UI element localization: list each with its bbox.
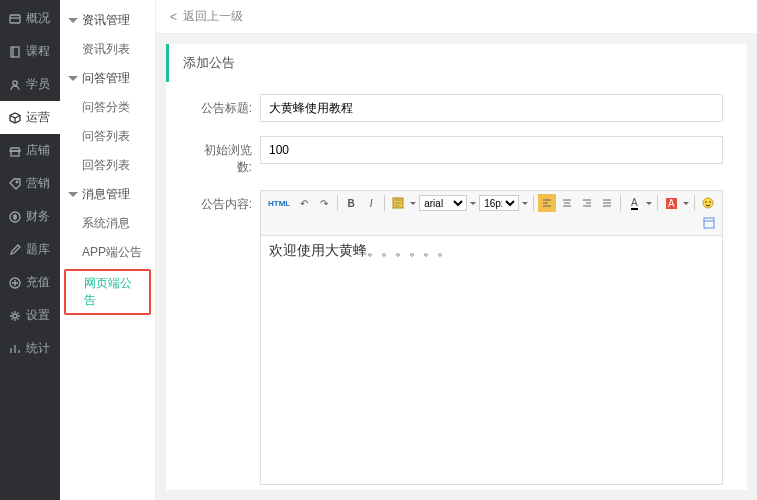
svg-rect-1 <box>11 47 19 57</box>
breadcrumb-label: 返回上一级 <box>183 8 243 25</box>
user-icon <box>8 78 22 92</box>
nav1-label: 财务 <box>26 208 50 225</box>
views-input[interactable] <box>260 136 723 164</box>
font-color-icon[interactable]: A <box>625 194 643 212</box>
breadcrumb-back[interactable]: < 返回上一级 <box>156 0 757 34</box>
nav1-item-chart[interactable]: 统计 <box>0 332 60 365</box>
nav2-group-label: 问答管理 <box>82 70 130 87</box>
nav2-group[interactable]: 问答管理 <box>60 64 155 93</box>
nav1-label: 概况 <box>26 10 50 27</box>
tag-icon <box>8 177 22 191</box>
format-icon[interactable] <box>389 194 407 212</box>
cube-icon <box>8 111 22 125</box>
nav2-child[interactable]: 系统消息 <box>60 209 155 238</box>
nav2-group[interactable]: 消息管理 <box>60 180 155 209</box>
nav2-child[interactable]: 回答列表 <box>60 151 155 180</box>
nav1-item-user[interactable]: 学员 <box>0 68 60 101</box>
shop-icon <box>8 144 22 158</box>
gear-icon <box>8 309 22 323</box>
title-label: 公告标题: <box>190 94 260 117</box>
svg-rect-3 <box>11 151 19 156</box>
fullscreen-icon[interactable] <box>700 214 718 232</box>
main-content: < 返回上一级 添加公告 公告标题: 初始浏览数: 公告内容: HTML <box>156 0 757 500</box>
nav1-item-cube[interactable]: 运营 <box>0 101 60 134</box>
coin-icon <box>8 210 22 224</box>
redo-icon[interactable]: ↷ <box>315 194 333 212</box>
undo-icon[interactable]: ↶ <box>295 194 313 212</box>
font-select[interactable]: arial <box>419 195 467 211</box>
views-label: 初始浏览数: <box>190 136 260 176</box>
html-source-button[interactable]: HTML <box>265 194 293 212</box>
emoji-icon[interactable] <box>699 194 717 212</box>
svg-rect-0 <box>10 15 20 23</box>
nav1-label: 学员 <box>26 76 50 93</box>
nav1-item-edit[interactable]: 题库 <box>0 233 60 266</box>
nav2-group-label: 消息管理 <box>82 186 130 203</box>
chevron-down-icon <box>68 18 78 23</box>
format-dropdown-icon[interactable] <box>409 202 417 205</box>
nav1-label: 设置 <box>26 307 50 324</box>
back-icon: < <box>170 10 177 24</box>
italic-icon[interactable]: I <box>362 194 380 212</box>
form-heading: 添加公告 <box>166 44 747 82</box>
nav2-child[interactable]: 资讯列表 <box>60 35 155 64</box>
svg-rect-12 <box>704 218 714 228</box>
content-label: 公告内容: <box>190 190 260 213</box>
nav2-child[interactable]: 网页端公告 <box>64 269 151 315</box>
primary-nav: 概况课程学员运营店铺营销财务题库充值设置统计 <box>0 0 60 500</box>
svg-point-4 <box>16 181 18 183</box>
nav1-label: 运营 <box>26 109 50 126</box>
chart-icon <box>8 342 22 356</box>
book-icon <box>8 45 22 59</box>
home-icon <box>8 12 22 26</box>
nav1-label: 店铺 <box>26 142 50 159</box>
align-center-icon[interactable] <box>558 194 576 212</box>
chevron-down-icon <box>68 76 78 81</box>
rich-text-editor: HTML ↶ ↷ B I arial <box>260 190 723 485</box>
editor-toolbar: HTML ↶ ↷ B I arial <box>261 191 722 236</box>
nav1-item-shop[interactable]: 店铺 <box>0 134 60 167</box>
highlight-dropdown-icon[interactable] <box>682 202 690 205</box>
nav1-item-home[interactable]: 概况 <box>0 2 60 35</box>
highlight-icon[interactable]: A <box>662 194 680 212</box>
plus-icon <box>8 276 22 290</box>
secondary-nav: 资讯管理资讯列表问答管理问答分类问答列表回答列表消息管理系统消息APP端公告网页… <box>60 0 156 500</box>
nav1-item-gear[interactable]: 设置 <box>0 299 60 332</box>
nav1-item-tag[interactable]: 营销 <box>0 167 60 200</box>
nav2-child[interactable]: 问答列表 <box>60 122 155 151</box>
edit-icon <box>8 243 22 257</box>
nav1-item-coin[interactable]: 财务 <box>0 200 60 233</box>
align-right-icon[interactable] <box>578 194 596 212</box>
title-input[interactable] <box>260 94 723 122</box>
nav2-group-label: 资讯管理 <box>82 12 130 29</box>
font-dropdown-icon[interactable] <box>469 202 477 205</box>
font-color-dropdown-icon[interactable] <box>645 202 653 205</box>
svg-point-10 <box>705 201 707 203</box>
align-justify-icon[interactable] <box>598 194 616 212</box>
nav2-group[interactable]: 资讯管理 <box>60 6 155 35</box>
svg-point-7 <box>13 314 17 318</box>
nav1-label: 课程 <box>26 43 50 60</box>
size-dropdown-icon[interactable] <box>521 202 529 205</box>
size-select[interactable]: 16px <box>479 195 519 211</box>
nav1-label: 营销 <box>26 175 50 192</box>
nav2-child[interactable]: APP端公告 <box>60 238 155 267</box>
nav1-label: 统计 <box>26 340 50 357</box>
bold-icon[interactable]: B <box>342 194 360 212</box>
nav2-child[interactable]: 问答分类 <box>60 93 155 122</box>
chevron-down-icon <box>68 192 78 197</box>
align-left-icon[interactable] <box>538 194 556 212</box>
nav1-item-plus[interactable]: 充值 <box>0 266 60 299</box>
svg-point-11 <box>709 201 711 203</box>
editor-canvas[interactable]: 欢迎使用大黄蜂。。。。。。 <box>261 236 722 484</box>
nav1-item-book[interactable]: 课程 <box>0 35 60 68</box>
svg-point-2 <box>13 80 17 84</box>
nav1-label: 充值 <box>26 274 50 291</box>
nav1-label: 题库 <box>26 241 50 258</box>
